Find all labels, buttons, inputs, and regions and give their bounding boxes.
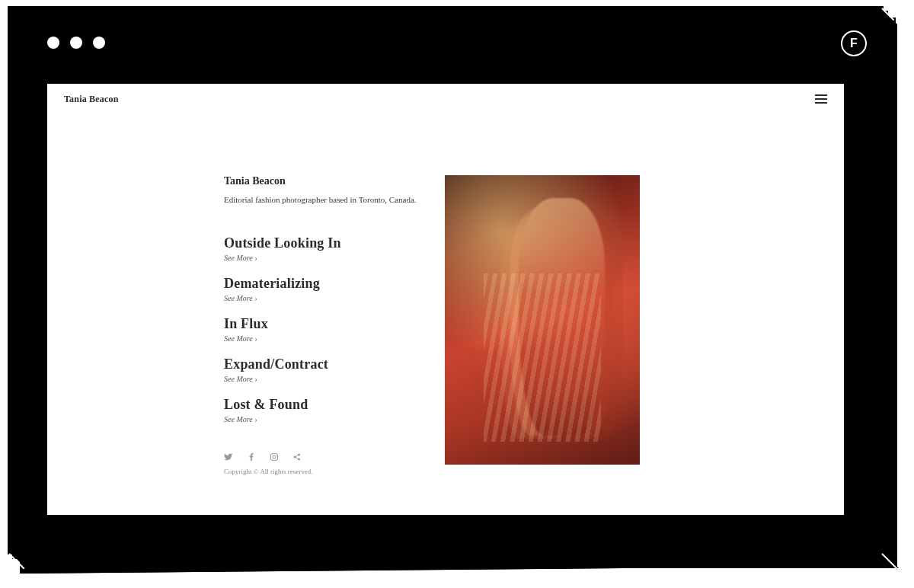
image-column xyxy=(445,175,643,515)
frame-edge-bottom xyxy=(11,553,899,568)
instagram-icon[interactable] xyxy=(270,452,279,462)
see-more-link[interactable]: See More › xyxy=(224,334,422,343)
window-dot[interactable] xyxy=(47,37,59,49)
svg-line-6 xyxy=(296,455,299,456)
format-badge-letter: F xyxy=(850,37,858,50)
project-title[interactable]: Lost & Found xyxy=(224,397,422,413)
twitter-icon[interactable] xyxy=(224,452,233,462)
see-more-link[interactable]: See More › xyxy=(224,294,422,302)
project-item: Outside Looking In See More › xyxy=(224,235,422,262)
svg-line-7 xyxy=(296,457,299,459)
copyright-text: Copyright © All rights reserved. xyxy=(224,468,422,475)
hero-image xyxy=(445,175,640,465)
project-item: Expand/Contract See More › xyxy=(224,356,422,383)
see-more-link[interactable]: See More › xyxy=(224,415,422,423)
project-title[interactable]: Outside Looking In xyxy=(224,235,422,251)
hamburger-icon xyxy=(815,94,827,96)
intro-tagline: Editorial fashion photographer based in … xyxy=(224,193,422,206)
window-dot[interactable] xyxy=(70,37,82,49)
share-icon[interactable] xyxy=(292,452,302,462)
main-content: Tania Beacon Editorial fashion photograp… xyxy=(47,114,844,515)
project-title[interactable]: In Flux xyxy=(224,316,422,332)
site-viewport: Tania Beacon Tania Beacon Editorial fash… xyxy=(47,84,844,515)
hamburger-icon xyxy=(815,98,827,100)
device-frame: F Tania Beacon Tania Beacon Editorial fa… xyxy=(0,0,914,588)
project-item: Dematerializing See More › xyxy=(224,276,422,302)
window-controls xyxy=(47,37,105,49)
project-title[interactable]: Expand/Contract xyxy=(224,356,422,372)
svg-point-4 xyxy=(298,453,299,455)
facebook-icon[interactable] xyxy=(247,452,256,462)
window-dot[interactable] xyxy=(93,37,105,49)
see-more-link[interactable]: See More › xyxy=(224,254,422,262)
menu-button[interactable] xyxy=(815,94,827,104)
svg-point-2 xyxy=(276,454,276,455)
text-column: Tania Beacon Editorial fashion photograp… xyxy=(224,175,422,515)
project-item: Lost & Found See More › xyxy=(224,397,422,423)
site-header: Tania Beacon xyxy=(47,84,844,114)
project-list: Outside Looking In See More › Dematerial… xyxy=(224,235,422,423)
see-more-link[interactable]: See More › xyxy=(224,375,422,383)
hamburger-icon xyxy=(815,102,827,104)
project-item: In Flux See More › xyxy=(224,316,422,343)
social-links xyxy=(224,452,422,462)
svg-rect-0 xyxy=(271,453,278,460)
intro-name: Tania Beacon xyxy=(224,175,422,187)
svg-point-3 xyxy=(294,455,296,457)
svg-point-5 xyxy=(298,458,299,459)
frame-edge-right xyxy=(882,9,897,570)
svg-point-1 xyxy=(273,455,276,459)
project-title[interactable]: Dematerializing xyxy=(224,276,422,292)
site-brand[interactable]: Tania Beacon xyxy=(64,94,119,105)
format-badge[interactable]: F xyxy=(841,30,867,56)
